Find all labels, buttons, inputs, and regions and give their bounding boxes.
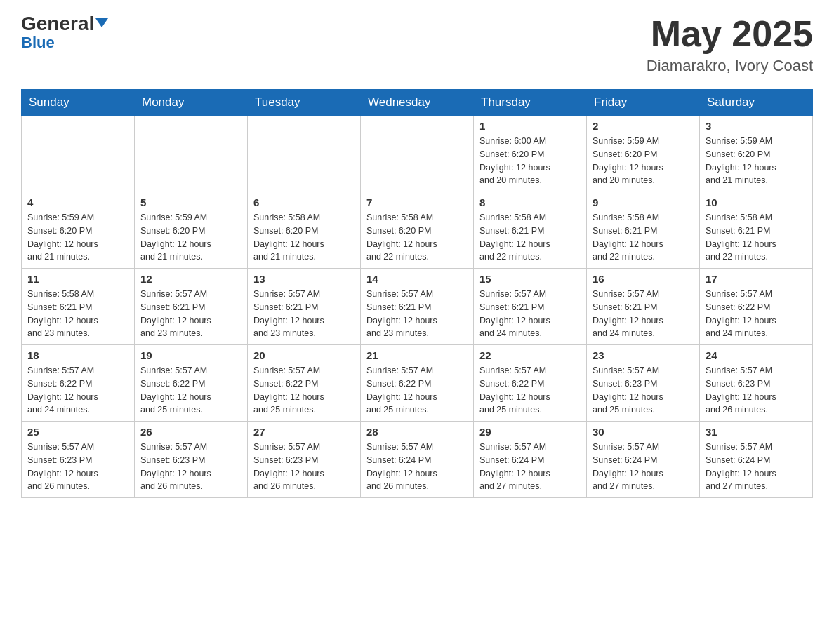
- day-info: Sunrise: 5:57 AMSunset: 6:21 PMDaylight:…: [479, 288, 581, 340]
- day-number: 12: [140, 273, 241, 285]
- logo: General Blue: [21, 14, 108, 52]
- week-row: 18Sunrise: 5:57 AMSunset: 6:22 PMDayligh…: [22, 345, 813, 422]
- day-number: 18: [27, 349, 128, 361]
- day-info: Sunrise: 5:57 AMSunset: 6:22 PMDaylight:…: [140, 364, 241, 417]
- day-info: Sunrise: 5:58 AMSunset: 6:21 PMDaylight:…: [27, 288, 128, 340]
- logo-general-text: General: [21, 14, 94, 34]
- day-info: Sunrise: 5:57 AMSunset: 6:23 PMDaylight:…: [140, 441, 241, 493]
- calendar-cell: 13Sunrise: 5:57 AMSunset: 6:21 PMDayligh…: [248, 269, 361, 345]
- calendar-cell: 8Sunrise: 5:58 AMSunset: 6:21 PMDaylight…: [474, 192, 587, 269]
- calendar-day-header: Sunday: [22, 90, 135, 116]
- day-info: Sunrise: 5:58 AMSunset: 6:20 PMDaylight:…: [366, 211, 468, 264]
- calendar-cell: 2Sunrise: 5:59 AMSunset: 6:20 PMDaylight…: [587, 116, 700, 192]
- day-number: 4: [27, 196, 128, 208]
- calendar-cell: [361, 116, 474, 192]
- calendar-cell: 3Sunrise: 5:59 AMSunset: 6:20 PMDaylight…: [700, 116, 813, 192]
- day-number: 22: [479, 349, 581, 361]
- week-row: 1Sunrise: 6:00 AMSunset: 6:20 PMDaylight…: [22, 116, 813, 192]
- day-number: 23: [593, 349, 694, 361]
- day-number: 14: [366, 273, 468, 285]
- day-info: Sunrise: 5:57 AMSunset: 6:24 PMDaylight:…: [366, 441, 468, 493]
- day-number: 3: [706, 120, 807, 132]
- day-info: Sunrise: 5:57 AMSunset: 6:21 PMDaylight:…: [593, 288, 694, 340]
- day-info: Sunrise: 5:57 AMSunset: 6:22 PMDaylight:…: [253, 364, 355, 417]
- calendar-cell: 1Sunrise: 6:00 AMSunset: 6:20 PMDaylight…: [474, 116, 587, 192]
- calendar-cell: 15Sunrise: 5:57 AMSunset: 6:21 PMDayligh…: [474, 269, 587, 345]
- day-number: 13: [253, 273, 355, 285]
- page-header: General Blue May 2025 Diamarakro, Ivory …: [21, 14, 813, 75]
- calendar-cell: [135, 116, 248, 192]
- calendar-day-header: Tuesday: [248, 90, 361, 116]
- day-info: Sunrise: 5:57 AMSunset: 6:22 PMDaylight:…: [706, 288, 807, 340]
- day-number: 29: [479, 426, 581, 438]
- calendar-cell: 18Sunrise: 5:57 AMSunset: 6:22 PMDayligh…: [22, 345, 135, 422]
- day-info: Sunrise: 6:00 AMSunset: 6:20 PMDaylight:…: [479, 135, 581, 187]
- calendar-cell: 21Sunrise: 5:57 AMSunset: 6:22 PMDayligh…: [361, 345, 474, 422]
- day-info: Sunrise: 5:57 AMSunset: 6:21 PMDaylight:…: [253, 288, 355, 340]
- calendar-cell: 24Sunrise: 5:57 AMSunset: 6:23 PMDayligh…: [700, 345, 813, 422]
- calendar-cell: 14Sunrise: 5:57 AMSunset: 6:21 PMDayligh…: [361, 269, 474, 345]
- calendar-day-header: Thursday: [474, 90, 587, 116]
- calendar-day-header: Wednesday: [361, 90, 474, 116]
- calendar-cell: 26Sunrise: 5:57 AMSunset: 6:23 PMDayligh…: [135, 422, 248, 498]
- week-row: 4Sunrise: 5:59 AMSunset: 6:20 PMDaylight…: [22, 192, 813, 269]
- day-info: Sunrise: 5:57 AMSunset: 6:22 PMDaylight:…: [27, 364, 128, 417]
- day-number: 11: [27, 273, 128, 285]
- calendar-cell: 16Sunrise: 5:57 AMSunset: 6:21 PMDayligh…: [587, 269, 700, 345]
- day-info: Sunrise: 5:57 AMSunset: 6:21 PMDaylight:…: [140, 288, 241, 340]
- day-number: 6: [253, 196, 355, 208]
- day-info: Sunrise: 5:58 AMSunset: 6:21 PMDaylight:…: [706, 211, 807, 264]
- day-info: Sunrise: 5:57 AMSunset: 6:24 PMDaylight:…: [593, 441, 694, 493]
- calendar-cell: 7Sunrise: 5:58 AMSunset: 6:20 PMDaylight…: [361, 192, 474, 269]
- day-number: 25: [27, 426, 128, 438]
- day-info: Sunrise: 5:57 AMSunset: 6:24 PMDaylight:…: [479, 441, 581, 493]
- day-number: 24: [706, 349, 807, 361]
- day-number: 28: [366, 426, 468, 438]
- calendar-day-header: Friday: [587, 90, 700, 116]
- day-info: Sunrise: 5:57 AMSunset: 6:21 PMDaylight:…: [366, 288, 468, 340]
- calendar-cell: 12Sunrise: 5:57 AMSunset: 6:21 PMDayligh…: [135, 269, 248, 345]
- day-info: Sunrise: 5:57 AMSunset: 6:22 PMDaylight:…: [479, 364, 581, 417]
- day-info: Sunrise: 5:59 AMSunset: 6:20 PMDaylight:…: [140, 211, 241, 264]
- day-number: 8: [479, 196, 581, 208]
- calendar-cell: 30Sunrise: 5:57 AMSunset: 6:24 PMDayligh…: [587, 422, 700, 498]
- day-info: Sunrise: 5:58 AMSunset: 6:21 PMDaylight:…: [593, 211, 694, 264]
- day-info: Sunrise: 5:58 AMSunset: 6:20 PMDaylight:…: [253, 211, 355, 264]
- calendar-cell: 9Sunrise: 5:58 AMSunset: 6:21 PMDaylight…: [587, 192, 700, 269]
- day-info: Sunrise: 5:57 AMSunset: 6:22 PMDaylight:…: [366, 364, 468, 417]
- day-info: Sunrise: 5:57 AMSunset: 6:23 PMDaylight:…: [253, 441, 355, 493]
- calendar-cell: 11Sunrise: 5:58 AMSunset: 6:21 PMDayligh…: [22, 269, 135, 345]
- day-info: Sunrise: 5:58 AMSunset: 6:21 PMDaylight:…: [479, 211, 581, 264]
- calendar-day-header: Saturday: [700, 90, 813, 116]
- day-number: 19: [140, 349, 241, 361]
- calendar-cell: 31Sunrise: 5:57 AMSunset: 6:24 PMDayligh…: [700, 422, 813, 498]
- day-number: 5: [140, 196, 241, 208]
- day-number: 9: [593, 196, 694, 208]
- day-number: 2: [593, 120, 694, 132]
- day-number: 16: [593, 273, 694, 285]
- day-number: 30: [593, 426, 694, 438]
- logo-blue-text: Blue: [21, 34, 55, 51]
- calendar-cell: 25Sunrise: 5:57 AMSunset: 6:23 PMDayligh…: [22, 422, 135, 498]
- calendar-cell: 17Sunrise: 5:57 AMSunset: 6:22 PMDayligh…: [700, 269, 813, 345]
- day-number: 21: [366, 349, 468, 361]
- day-number: 1: [479, 120, 581, 132]
- calendar-cell: 6Sunrise: 5:58 AMSunset: 6:20 PMDaylight…: [248, 192, 361, 269]
- calendar-day-header: Monday: [135, 90, 248, 116]
- day-info: Sunrise: 5:59 AMSunset: 6:20 PMDaylight:…: [593, 135, 694, 187]
- location-text: Diamarakro, Ivory Coast: [647, 57, 813, 75]
- calendar-cell: 29Sunrise: 5:57 AMSunset: 6:24 PMDayligh…: [474, 422, 587, 498]
- month-title: May 2025: [647, 14, 813, 54]
- calendar-cell: 27Sunrise: 5:57 AMSunset: 6:23 PMDayligh…: [248, 422, 361, 498]
- day-number: 15: [479, 273, 581, 285]
- day-number: 20: [253, 349, 355, 361]
- day-info: Sunrise: 5:57 AMSunset: 6:23 PMDaylight:…: [706, 364, 807, 417]
- calendar-cell: 10Sunrise: 5:58 AMSunset: 6:21 PMDayligh…: [700, 192, 813, 269]
- day-number: 7: [366, 196, 468, 208]
- calendar-cell: [248, 116, 361, 192]
- calendar-cell: 4Sunrise: 5:59 AMSunset: 6:20 PMDaylight…: [22, 192, 135, 269]
- calendar-cell: 5Sunrise: 5:59 AMSunset: 6:20 PMDaylight…: [135, 192, 248, 269]
- day-info: Sunrise: 5:59 AMSunset: 6:20 PMDaylight:…: [27, 211, 128, 264]
- calendar-cell: 22Sunrise: 5:57 AMSunset: 6:22 PMDayligh…: [474, 345, 587, 422]
- calendar-cell: [22, 116, 135, 192]
